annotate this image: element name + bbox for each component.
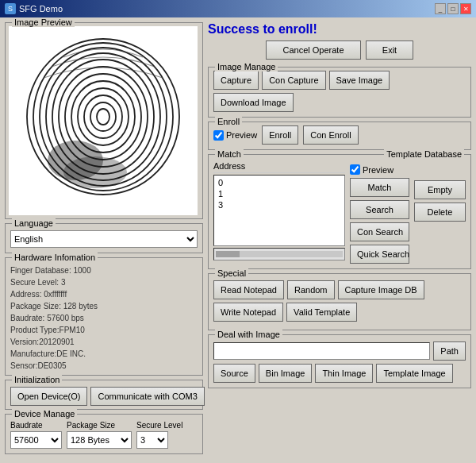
scrollbar-thumb xyxy=(216,251,240,257)
hw-manufacture: Manufacture:DE INC. xyxy=(10,348,198,360)
delete-button[interactable]: Delete xyxy=(414,203,466,222)
app-icon: S xyxy=(5,3,16,14)
close-button[interactable]: ✕ xyxy=(460,3,471,14)
list-item[interactable]: 1 xyxy=(216,188,343,199)
cancel-operate-button[interactable]: Cancel Operate xyxy=(266,41,361,60)
language-panel: Language English Chinese xyxy=(5,223,203,253)
initialization-panel: Initialization Open Device(O) Communicat… xyxy=(5,380,203,410)
hw-secure-level: Secure Level: 3 xyxy=(10,276,198,288)
enroll-preview-checkbox[interactable] xyxy=(213,130,224,141)
read-notepad-button[interactable]: Read Notepad xyxy=(213,280,284,299)
hw-address: Address: 0xfffffff xyxy=(10,288,198,300)
address-list-section: Address 0 1 3 xyxy=(213,161,345,264)
random-button[interactable]: Random xyxy=(287,280,335,299)
enroll-button[interactable]: Enroll xyxy=(262,125,298,145)
image-preview-title: Image Preview xyxy=(12,17,75,27)
valid-template-button[interactable]: Valid Template xyxy=(286,303,357,322)
communicate-button[interactable]: Communicate with COM3 xyxy=(90,387,204,406)
initialization-title: Initialization xyxy=(12,375,62,384)
image-manage-buttons: Capture Con Capture Save Image Download … xyxy=(213,71,466,112)
bin-image-button[interactable]: Bin Image xyxy=(259,364,313,383)
hw-finger-db: Finger Database: 1000 xyxy=(10,264,198,276)
template-db-title: Template Database xyxy=(384,149,464,159)
package-size-label: Package Size xyxy=(67,421,132,430)
device-manage-title: Device Manage xyxy=(12,409,77,419)
special-row-2: Write Notepad Valid Template xyxy=(213,303,466,322)
image-manage-title: Image Manage xyxy=(215,62,278,71)
match-panel: Match Template Database Address 0 1 3 xyxy=(208,154,471,269)
match-title: Match xyxy=(215,149,244,159)
template-image-button[interactable]: Template Image xyxy=(376,364,452,383)
list-item[interactable]: 0 xyxy=(216,177,343,188)
search-button[interactable]: Search xyxy=(350,200,409,219)
source-button[interactable]: Source xyxy=(213,364,255,383)
maximize-button[interactable]: □ xyxy=(447,3,459,14)
deal-image-buttons: Source Bin Image Thin Image Template Ima… xyxy=(213,364,466,383)
hw-version: Version:20120901 xyxy=(10,336,198,348)
hw-product-type: Product Type:FPM10 xyxy=(10,324,198,336)
baudrate-select[interactable]: 57600 9600 19200 38400 115200 xyxy=(10,431,62,449)
save-image-button[interactable]: Save Image xyxy=(329,71,390,90)
enroll-row: Preview Enroll Con Enroll xyxy=(213,125,466,145)
hardware-title: Hardware Infomation xyxy=(12,253,98,262)
action-row: Cancel Operate Exit xyxy=(208,41,471,60)
hardware-info: Finger Database: 1000 Secure Level: 3 Ad… xyxy=(10,264,198,372)
capture-button[interactable]: Capture xyxy=(213,71,259,90)
empty-button[interactable]: Empty xyxy=(414,180,466,199)
enroll-preview-text: Preview xyxy=(226,130,257,140)
path-button[interactable]: Path xyxy=(433,341,466,361)
match-preview-checkbox[interactable] xyxy=(350,164,360,175)
hardware-panel: Hardware Infomation Finger Database: 100… xyxy=(5,257,203,376)
language-title: Language xyxy=(12,218,56,228)
title-bar: S SFG Demo _ □ ✕ xyxy=(0,0,476,17)
minimize-button[interactable]: _ xyxy=(435,3,446,14)
download-image-button[interactable]: Download Image xyxy=(213,93,294,112)
image-preview-panel: Image Preview xyxy=(5,22,203,219)
capture-image-db-button[interactable]: Capture Image DB xyxy=(338,280,424,299)
hw-baudrate: Baudrate: 57600 bps xyxy=(10,312,198,324)
baudrate-label: Baudrate xyxy=(10,421,62,430)
match-area: Address 0 1 3 xyxy=(213,161,466,264)
enroll-title: Enroll xyxy=(215,117,242,126)
package-size-select[interactable]: 128 Bytes 32 Bytes 64 Bytes 256 Bytes xyxy=(67,431,132,449)
exit-button[interactable]: Exit xyxy=(366,41,413,60)
deal-with-image-title: Deal with Image xyxy=(215,330,282,339)
con-search-button[interactable]: Con Search xyxy=(350,222,409,241)
device-manage-panel: Device Manage Baudrate 57600 9600 19200 … xyxy=(5,414,203,454)
hw-sensor: Sensor:DE0305 xyxy=(10,360,198,372)
scrollbar-track xyxy=(216,251,343,257)
enroll-panel: Enroll Preview Enroll Con Enroll xyxy=(208,122,471,150)
horizontal-scrollbar[interactable] xyxy=(213,248,345,260)
window-controls: _ □ ✕ xyxy=(435,3,471,14)
special-row-1: Read Notepad Random Capture Image DB xyxy=(213,280,466,299)
hw-package-size: Package Size: 128 bytes xyxy=(10,300,198,312)
deal-path-input[interactable] xyxy=(213,342,430,360)
match-preview-label[interactable]: Preview xyxy=(350,164,409,175)
open-device-button[interactable]: Open Device(O) xyxy=(10,387,87,406)
svg-point-14 xyxy=(63,156,127,188)
match-button[interactable]: Match xyxy=(350,178,409,197)
special-panel: Special Read Notepad Random Capture Imag… xyxy=(208,273,471,330)
quick-search-button[interactable]: Quick Search xyxy=(350,245,409,264)
language-select[interactable]: English Chinese xyxy=(10,230,198,248)
address-list[interactable]: 0 1 3 xyxy=(213,175,345,246)
thin-image-button[interactable]: Thin Image xyxy=(315,364,373,383)
match-preview-text: Preview xyxy=(363,165,393,175)
image-manage-panel: Image Manage Capture Con Capture Save Im… xyxy=(208,67,471,118)
fingerprint-svg xyxy=(16,33,190,208)
con-capture-button[interactable]: Con Capture xyxy=(262,71,325,90)
deal-path-row: Path xyxy=(213,341,466,361)
con-enroll-button[interactable]: Con Enroll xyxy=(303,125,358,145)
deal-with-image-panel: Deal with Image Path Source Bin Image Th… xyxy=(208,334,471,388)
list-item[interactable]: 3 xyxy=(216,199,343,210)
secure-level-select[interactable]: 3 1 2 4 5 xyxy=(136,431,168,449)
app-icon-letter: S xyxy=(8,5,13,13)
address-header: Address xyxy=(213,161,345,173)
fingerprint-display xyxy=(9,26,198,215)
success-text: Success to enroll! xyxy=(208,16,317,42)
write-notepad-button[interactable]: Write Notepad xyxy=(213,303,283,322)
secure-level-label: Secure Level xyxy=(136,421,182,430)
special-title: Special xyxy=(215,268,248,278)
enroll-preview-label[interactable]: Preview xyxy=(213,130,257,141)
app-title: SFG Demo xyxy=(19,4,63,14)
